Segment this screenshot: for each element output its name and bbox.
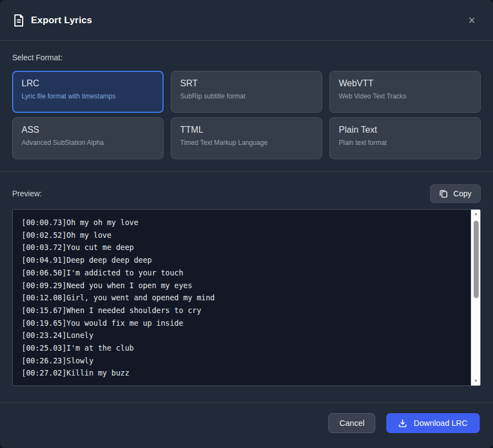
- format-name: ASS: [22, 125, 154, 135]
- cancel-button[interactable]: Cancel: [328, 413, 375, 433]
- copy-button[interactable]: Copy: [430, 184, 481, 203]
- format-card-ass[interactable]: ASSAdvanced SubStation Alpha: [12, 117, 164, 159]
- lyrics-text: [00:00.73]Oh my oh my love [00:02.52]Oh …: [13, 210, 480, 386]
- scrollbar-up-arrow-icon[interactable]: ▲: [471, 210, 480, 218]
- format-description: Advanced SubStation Alpha: [22, 139, 154, 147]
- scrollbar-down-arrow-icon[interactable]: ▼: [471, 377, 480, 386]
- format-description: Web Video Text Tracks: [339, 92, 471, 100]
- format-card-lrc[interactable]: LRCLyric file format with timestamps: [12, 71, 164, 113]
- download-icon: [398, 419, 407, 428]
- preview-section: Preview: Copy [00:00.73]Oh my oh my love…: [0, 172, 493, 402]
- format-section: Select Format: LRCLyric file format with…: [0, 41, 493, 172]
- format-name: LRC: [22, 79, 154, 88]
- copy-button-label: Copy: [453, 189, 471, 198]
- download-button-label: Download LRC: [413, 419, 468, 428]
- preview-scrollbar[interactable]: ▲ ▼: [471, 210, 480, 386]
- copy-icon: [439, 189, 448, 198]
- format-card-ttml[interactable]: TTMLTimed Text Markup Language: [171, 117, 322, 159]
- format-card-srt[interactable]: SRTSubRip subtitle format: [171, 71, 322, 113]
- select-format-label: Select Format:: [12, 53, 481, 62]
- format-name: SRT: [180, 79, 313, 88]
- format-name: TTML: [180, 125, 313, 135]
- format-description: Timed Text Markup Language: [180, 139, 313, 147]
- dialog-header: Export Lyrics ×: [0, 0, 493, 41]
- document-icon: [13, 14, 24, 27]
- format-name: Plain Text: [339, 125, 471, 135]
- format-card-plain-text[interactable]: Plain TextPlain text format: [329, 117, 481, 159]
- format-description: Lyric file format with timestamps: [22, 92, 154, 100]
- preview-label: Preview:: [12, 189, 42, 198]
- format-description: SubRip subtitle format: [180, 92, 313, 100]
- format-description: Plain text format: [339, 139, 471, 147]
- scrollbar-thumb[interactable]: [474, 221, 479, 298]
- lyrics-preview-textarea[interactable]: [00:00.73]Oh my oh my love [00:02.52]Oh …: [12, 209, 481, 386]
- format-grid: LRCLyric file format with timestampsSRTS…: [12, 71, 481, 159]
- format-name: WebVTT: [339, 79, 471, 88]
- dialog-title: Export Lyrics: [31, 15, 92, 26]
- format-card-webvtt[interactable]: WebVTTWeb Video Text Tracks: [329, 71, 481, 113]
- export-lyrics-dialog: Export Lyrics × Select Format: LRCLyric …: [0, 0, 493, 448]
- close-icon[interactable]: ×: [464, 12, 480, 29]
- download-button[interactable]: Download LRC: [386, 413, 480, 433]
- dialog-footer: Cancel Download LRC: [0, 402, 493, 448]
